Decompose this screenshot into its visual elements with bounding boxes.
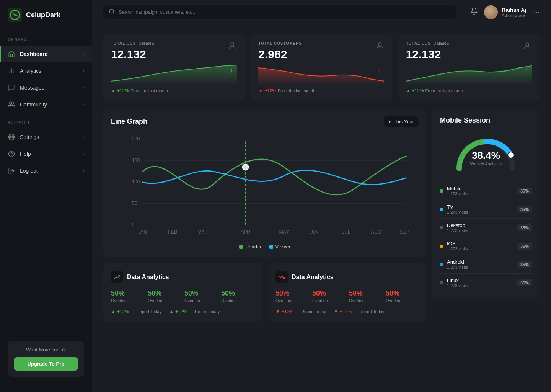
metric-pct: 50% — [276, 289, 308, 297]
session-info-desktop: Dekstop 1,273 visits — [447, 222, 517, 233]
period-selector[interactable]: ▾ This Year — [384, 116, 419, 127]
session-name-ios: IOS — [447, 241, 517, 247]
svg-text:JUN: JUN — [310, 229, 319, 235]
session-badge-mobile: 35% — [517, 188, 532, 194]
analytics-footer-0: ▲ +12% Report Today ▲ +12% Report Today — [111, 309, 254, 314]
metric-0-2: 50% Overline — [184, 289, 217, 303]
session-badge-ios: 35% — [517, 243, 532, 250]
stat-card-2: TOTAL CUSTOMERS 12.132 — [398, 34, 540, 101]
svg-text:SEP: SEP — [399, 229, 409, 235]
session-item-linux: Linux 1,273 visits 35% — [440, 274, 532, 292]
metric-label: Overline — [276, 298, 308, 303]
more-options-button[interactable]: ··· — [534, 8, 540, 16]
metric-label: Overline — [386, 298, 419, 303]
sidebar-item-dashboard[interactable]: Dashboard › — [0, 46, 92, 62]
app-name: CelupDark — [26, 11, 60, 19]
search-input[interactable] — [119, 9, 451, 15]
svg-text:JUL: JUL — [342, 229, 350, 235]
chart-legend: Reader Viewer — [111, 244, 419, 250]
svg-text:150: 150 — [132, 158, 140, 163]
analytics-icon-0 — [111, 271, 123, 283]
user-details: Raihan Aji Admin Store — [502, 7, 528, 18]
metric-pct: 50% — [184, 289, 217, 297]
sidebar-general-section: GENERAL Dashboard › Analytics › — [0, 38, 92, 113]
metric-pct: 50% — [221, 289, 254, 297]
session-badge-tv: 35% — [517, 206, 532, 213]
upgrade-button[interactable]: Upgrade To Pro — [14, 357, 78, 371]
svg-text:100: 100 — [132, 179, 140, 185]
metric-1-0: 50% Overline — [276, 289, 308, 303]
sidebar-item-logout[interactable]: Log out › — [0, 162, 92, 179]
sidebar-support-section: SUPPORT Settings › Help › — [0, 121, 92, 179]
logout-label: Log out — [20, 168, 78, 174]
legend-viewer: Viewer — [269, 244, 291, 250]
settings-label: Settings — [20, 134, 78, 140]
gauge-value: 38.4% Weekly Analytics — [470, 150, 502, 166]
svg-point-6 — [11, 136, 13, 138]
sidebar-item-community[interactable]: Community › — [0, 96, 92, 113]
session-visits-mobile: 1,273 visits — [447, 191, 517, 196]
chevron-right-icon: › — [83, 68, 84, 74]
metric-1-3: 50% Overline — [386, 289, 419, 303]
metric-label: Overline — [148, 298, 181, 303]
gauge-label: Weekly Analytics — [470, 162, 502, 166]
svg-text:MAR: MAR — [197, 229, 208, 235]
bottom-row: Line Graph ▾ This Year 200 150 100 50 — [103, 109, 540, 322]
stat-value-2: 12.132 — [406, 48, 450, 61]
analytics-metrics-0: 50% Overline 50% Overline 50% Overline — [111, 289, 254, 303]
metric-pct: 50% — [148, 289, 181, 297]
line-graph-card: Line Graph ▾ This Year 200 150 100 50 — [103, 109, 426, 257]
metric-0-1: 50% Overline — [148, 289, 181, 303]
gauge-container: 38.4% Weekly Analytics — [440, 132, 532, 174]
sidebar-item-help[interactable]: Help › — [0, 145, 92, 162]
dashboard-label: Dashboard — [20, 51, 78, 57]
user-circle-icon — [228, 41, 237, 52]
session-info-ios: IOS 1,273 visits — [447, 241, 517, 251]
analytics-title-0: Data Analytics — [127, 274, 169, 281]
left-column: Line Graph ▾ This Year 200 150 100 50 — [103, 109, 426, 322]
footer-change-0-1: ▲ +12% — [169, 309, 187, 314]
session-item-tv: TV 1,273 visits 35% — [440, 200, 532, 219]
svg-text:APR: APR — [241, 229, 250, 235]
analytics-title-1: Data Analytics — [292, 274, 334, 281]
sidebar-item-settings[interactable]: Settings › — [0, 129, 92, 145]
user-name: Raihan Aji — [502, 7, 528, 13]
logo-icon — [8, 8, 22, 22]
sidebar-item-analytics[interactable]: Analytics › — [0, 62, 92, 79]
metric-pct: 50% — [111, 289, 144, 297]
messages-icon — [8, 84, 15, 91]
stat-title-1: TOTAL CUSTOMERS — [258, 41, 302, 46]
svg-point-5 — [10, 102, 12, 104]
gauge-percentage: 38.4% — [470, 150, 502, 162]
footer-change-0-0: ▲ +12% — [111, 309, 129, 314]
metric-pct: 50% — [349, 289, 382, 297]
user-info: Raihan Aji Admin Store — [484, 5, 528, 19]
session-item-ios: IOS 1,273 visits 35% — [440, 237, 532, 255]
metric-label: Overline — [111, 298, 144, 303]
legend-reader: Reader — [239, 244, 262, 250]
mobile-session-card: Mobile Session — [432, 109, 540, 299]
search-icon — [109, 8, 115, 16]
session-visits-linux: 1,273 visits — [447, 283, 517, 288]
svg-point-12 — [231, 43, 234, 46]
session-item-android: Android 1,273 visits 35% — [440, 255, 532, 274]
user-circle-icon — [523, 41, 532, 52]
metric-1-1: 50% Overline — [312, 289, 345, 303]
metric-0-0: 50% Overline — [111, 289, 144, 303]
footer-change-1-1: ▼ +12% — [334, 309, 352, 314]
report-label: Report Today — [137, 309, 161, 314]
linux-dot — [440, 281, 443, 284]
reader-color — [239, 245, 243, 249]
chevron-right-icon: › — [83, 102, 84, 107]
help-label: Help — [20, 151, 78, 157]
session-list: Mobile 1,273 visits 35% TV 1,273 visits — [440, 182, 532, 292]
sidebar-item-messages[interactable]: Messages › — [0, 79, 92, 96]
svg-point-36 — [508, 152, 514, 158]
metric-label: Overline — [221, 298, 254, 303]
notification-button[interactable] — [470, 7, 478, 17]
search-bar[interactable] — [103, 5, 456, 19]
chevron-right-icon: › — [83, 151, 84, 157]
sidebar: CelupDark GENERAL Dashboard › Analy — [0, 0, 92, 392]
viewer-label: Viewer — [276, 244, 291, 250]
session-name-tv: TV — [447, 204, 517, 210]
